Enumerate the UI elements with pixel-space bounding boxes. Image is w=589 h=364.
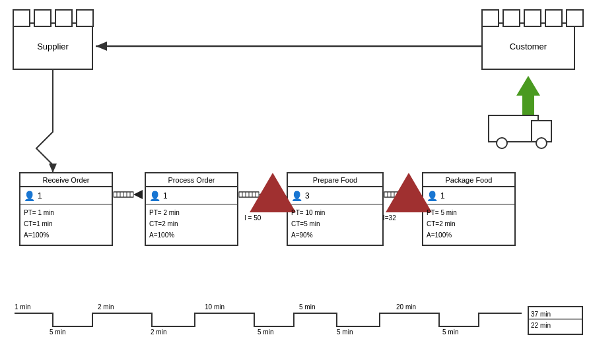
svg-rect-16 (489, 115, 538, 142)
worker-icon-3: 👤 (291, 191, 302, 201)
worker-icon-1: 👤 (24, 191, 35, 201)
process-package-food-data: PT= 5 min CT=2 min A=100% (427, 207, 457, 241)
svg-point-18 (497, 138, 507, 148)
svg-rect-51 (384, 192, 404, 197)
svg-point-19 (536, 138, 547, 148)
timeline-btm-1: 5 min (50, 328, 65, 336)
process-receive-order-title: Receive Order (20, 173, 112, 184)
process-prepare-food-title: Prepare Food (287, 173, 383, 184)
process-prepare-food-worker: 👤 3 (291, 191, 310, 201)
timeline-val-4: 5 min (299, 303, 315, 311)
svg-marker-49 (259, 190, 268, 199)
process-package-food-worker: 👤 1 (427, 191, 445, 201)
process-receive-order-data: PT= 1 min CT=1 min A=100% (24, 207, 54, 241)
svg-marker-13 (49, 164, 57, 173)
svg-marker-59 (404, 190, 413, 199)
process-package-food-title: Package Food (423, 173, 515, 184)
process-process-order-title: Process Order (145, 173, 238, 184)
svg-rect-32 (114, 192, 133, 197)
svg-rect-41 (239, 192, 259, 197)
timeline-val-3: 10 min (205, 303, 225, 311)
customer-label: Customer (482, 23, 574, 69)
inventory-2-label: I=32 (383, 214, 396, 222)
timeline-btm-3: 5 min (258, 328, 273, 336)
worker-icon-2: 👤 (149, 191, 160, 201)
svg-rect-17 (532, 121, 551, 142)
timeline-val-5: 20 min (396, 303, 416, 311)
process-receive-order-worker: 👤 1 (24, 191, 42, 201)
timeline-btm-4: 5 min (337, 328, 353, 336)
process-process-order-data: PT= 2 min CT=2 min A=100% (149, 207, 180, 241)
timeline-btm-5: 5 min (442, 328, 458, 336)
inventory-1-label: I = 50 (244, 214, 261, 222)
timeline-summary: 37 min 22 min (528, 307, 582, 332)
worker-icon-4: 👤 (427, 191, 438, 201)
timeline-val-1: 1 min (15, 303, 30, 311)
timeline-btm-2: 2 min (151, 328, 166, 336)
svg-marker-14 (516, 76, 540, 96)
supplier-label: Supplier (13, 23, 92, 69)
svg-marker-12 (96, 42, 107, 51)
svg-rect-15 (522, 96, 534, 115)
diagram: Supplier Customer Receive Order 👤 1 PT= … (0, 0, 589, 364)
process-prepare-food-data: PT= 10 min CT=5 min A=90% (291, 207, 325, 241)
process-process-order-worker: 👤 1 (149, 191, 168, 201)
svg-marker-40 (133, 190, 143, 199)
timeline-val-2: 2 min (98, 303, 114, 311)
